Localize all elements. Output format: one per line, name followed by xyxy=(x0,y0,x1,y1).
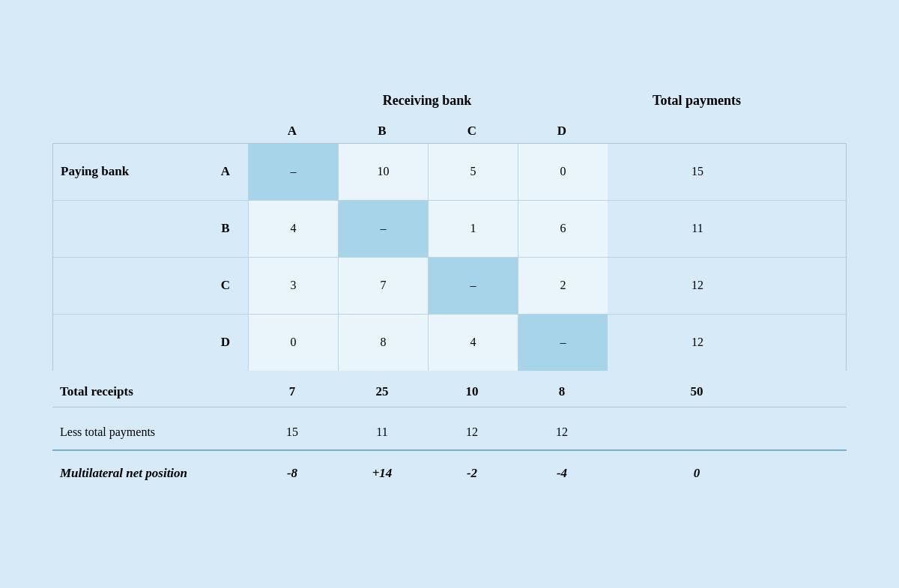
total-receipts-C: 10 xyxy=(427,384,517,399)
receiving-bank-header: Receiving bank xyxy=(247,93,607,118)
cell-C-D: 2 xyxy=(518,258,608,314)
table-row: Paying bank A – 10 5 0 15 xyxy=(53,144,846,201)
cell-D-B: 8 xyxy=(338,315,428,371)
total-receipts-A: 7 xyxy=(247,384,337,399)
cell-B-C: 1 xyxy=(428,201,518,257)
cell-D-D: – xyxy=(518,315,608,371)
cell-A-B: 10 xyxy=(338,144,428,200)
total-D: 12 xyxy=(653,315,742,371)
total-receipts-B: 25 xyxy=(337,384,427,399)
total-receipts-row: Total receipts 7 25 10 8 50 xyxy=(52,371,847,407)
total-receipts-total: 50 xyxy=(652,384,742,399)
table-wrapper: Receiving bank Total payments A B C D Pa… xyxy=(52,93,847,496)
multilateral-net-label: Multilateral net position xyxy=(52,466,247,481)
net-position-D: -4 xyxy=(517,466,607,481)
cell-A-A: – xyxy=(248,144,338,200)
total-B: 11 xyxy=(653,201,742,257)
less-total-payments-row: Less total payments 15 11 12 12 xyxy=(52,415,847,451)
cell-C-C: – xyxy=(428,258,518,314)
spacer-D xyxy=(608,315,653,371)
data-grid: Paying bank A – 10 5 0 15 B 4 – 1 6 11 xyxy=(52,143,847,371)
total-receipts-D: 8 xyxy=(517,384,607,399)
cell-C-B: 7 xyxy=(338,258,428,314)
table-row: B 4 – 1 6 11 xyxy=(53,201,846,258)
spacer-B xyxy=(608,201,653,257)
column-header-row: A B C D xyxy=(52,124,847,139)
paying-bank-label-area-D xyxy=(53,315,203,371)
col-header-C: C xyxy=(427,124,517,139)
net-position-A: -8 xyxy=(247,466,337,481)
net-position-total: 0 xyxy=(652,466,742,481)
cell-A-D: 0 xyxy=(518,144,608,200)
paying-bank-label-area-A: Paying bank xyxy=(53,144,203,200)
less-payments-B: 11 xyxy=(337,425,427,439)
spacer-A xyxy=(608,144,653,200)
cell-D-A: 0 xyxy=(248,315,338,371)
row-label-A: A xyxy=(203,144,248,200)
spacer-C xyxy=(608,258,653,314)
multilateral-net-row: Multilateral net position -8 +14 -2 -4 0 xyxy=(52,451,847,496)
total-C: 12 xyxy=(653,258,742,314)
net-position-C: -2 xyxy=(427,466,517,481)
main-container: Receiving bank Total payments A B C D Pa… xyxy=(37,70,862,518)
less-payments-D: 12 xyxy=(517,425,607,439)
net-position-B: +14 xyxy=(337,466,427,481)
cell-D-C: 4 xyxy=(428,315,518,371)
col-header-A: A xyxy=(247,124,337,139)
less-payments-C: 12 xyxy=(427,425,517,439)
cell-A-C: 5 xyxy=(428,144,518,200)
total-A: 15 xyxy=(653,144,742,200)
cell-B-D: 6 xyxy=(518,201,608,257)
cell-C-A: 3 xyxy=(248,258,338,314)
col-header-D: D xyxy=(517,124,607,139)
less-payments-A: 15 xyxy=(247,425,337,439)
row-label-B: B xyxy=(203,201,248,257)
cell-B-A: 4 xyxy=(248,201,338,257)
table-row: C 3 7 – 2 12 xyxy=(53,258,846,315)
row-label-C: C xyxy=(203,258,248,314)
row-label-D: D xyxy=(203,315,248,371)
less-total-payments-label: Less total payments xyxy=(52,425,247,439)
total-payments-header: Total payments xyxy=(652,93,742,118)
top-header-row: Receiving bank Total payments xyxy=(52,93,847,118)
paying-bank-label-area-C xyxy=(53,258,203,314)
cell-B-B: – xyxy=(338,201,428,257)
table-row: D 0 8 4 – 12 xyxy=(53,315,846,371)
paying-bank-label: Paying bank xyxy=(61,164,129,179)
total-receipts-label: Total receipts xyxy=(52,384,247,399)
col-header-B: B xyxy=(337,124,427,139)
paying-bank-label-area-B xyxy=(53,201,203,257)
